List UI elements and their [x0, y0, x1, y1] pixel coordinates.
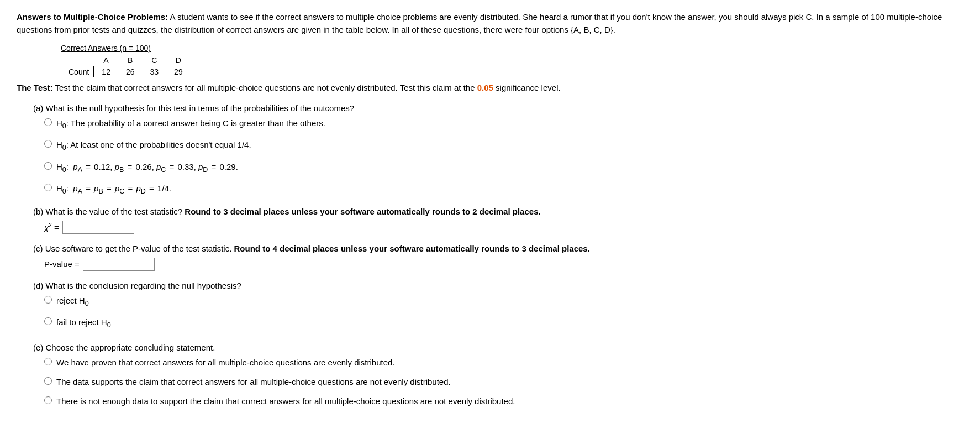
- part-e-option-2-label[interactable]: The data supports the claim that correct…: [56, 376, 451, 388]
- part-b-label: (b) What is the value of the test statis…: [33, 207, 963, 216]
- part-c-label-prefix: (c) Use software to get the P-value of t…: [33, 244, 231, 253]
- significance-level: 0.05: [477, 83, 493, 92]
- part-a-option-2-label[interactable]: H0: At least one of the probabilities do…: [56, 139, 251, 153]
- part-a-option-1[interactable]: H0: The probability of a correct answer …: [44, 117, 963, 132]
- part-a-radio-1[interactable]: [44, 118, 52, 126]
- test-bold-prefix: The Test:: [17, 83, 53, 92]
- p-value-label: P-value =: [44, 259, 80, 269]
- table-caption: Correct Answers (n = 100): [61, 44, 963, 53]
- part-e-option-3-label[interactable]: There is not enough data to support the …: [56, 395, 515, 407]
- part-e-option-2[interactable]: The data supports the claim that correct…: [44, 376, 963, 388]
- table-header-d: D: [166, 55, 191, 66]
- part-b-input-line: χ2 =: [44, 221, 963, 234]
- table-header-empty: [61, 55, 94, 66]
- part-a-option-2[interactable]: H0: At least one of the probabilities do…: [44, 139, 963, 153]
- part-a-option-4[interactable]: H0: pA = pB = pC = pD = 1/4.: [44, 182, 963, 197]
- test-line: The Test: Test the claim that correct an…: [17, 82, 963, 95]
- intro-bold-prefix: Answers to Multiple-Choice Problems:: [17, 12, 168, 22]
- part-c-label: (c) Use software to get the P-value of t…: [33, 244, 963, 253]
- part-e-radio-1[interactable]: [44, 358, 52, 365]
- part-e-option-3[interactable]: There is not enough data to support the …: [44, 395, 963, 407]
- part-c-label-bold: Round to 4 decimal places unless your so…: [231, 244, 590, 253]
- part-e-radio-3[interactable]: [44, 396, 52, 404]
- table-data-row: Count 12 26 33 29: [61, 66, 191, 78]
- part-a-radio-3[interactable]: [44, 162, 52, 170]
- table-row-label: Count: [61, 66, 94, 78]
- part-e-option-1[interactable]: We have proven that correct answers for …: [44, 357, 963, 368]
- table-count-d: 29: [166, 66, 191, 78]
- table-header-c: C: [143, 55, 167, 66]
- table-count-c: 33: [143, 66, 167, 78]
- data-table-container: Correct Answers (n = 100) A B C D Count …: [61, 44, 963, 77]
- part-b-label-bold: Round to 3 decimal places unless your so…: [182, 207, 541, 216]
- part-b-section: (b) What is the value of the test statis…: [33, 207, 963, 234]
- table-header-row: A B C D: [61, 55, 191, 66]
- p-value-input[interactable]: [83, 258, 155, 271]
- part-a-section: (a) What is the null hypothesis for this…: [33, 103, 963, 197]
- part-a-option-1-label[interactable]: H0: The probability of a correct answer …: [56, 117, 325, 132]
- part-d-section: (d) What is the conclusion regarding the…: [33, 281, 963, 331]
- table-header-a: A: [94, 55, 118, 66]
- part-c-section: (c) Use software to get the P-value of t…: [33, 244, 963, 271]
- part-d-option-1-label[interactable]: reject H0: [56, 295, 89, 309]
- chi-squared-symbol: χ2 =: [44, 222, 59, 232]
- answer-count-table: A B C D Count 12 26 33 29: [61, 55, 191, 77]
- part-e-section: (e) Choose the appropriate concluding st…: [33, 343, 963, 407]
- part-a-option-3-label[interactable]: H0: pA = 0.12, pB = 0.26, pC = 0.33, pD …: [56, 161, 238, 175]
- part-d-radio-1[interactable]: [44, 296, 52, 304]
- part-a-option-4-label[interactable]: H0: pA = pB = pC = pD = 1/4.: [56, 182, 171, 197]
- part-e-radio-2[interactable]: [44, 377, 52, 385]
- part-d-option-2[interactable]: fail to reject H0: [44, 316, 963, 331]
- part-a-option-3[interactable]: H0: pA = 0.12, pB = 0.26, pC = 0.33, pD …: [44, 161, 963, 175]
- intro-paragraph: Answers to Multiple-Choice Problems: A s…: [17, 11, 963, 36]
- part-e-option-1-label[interactable]: We have proven that correct answers for …: [56, 357, 395, 368]
- test-text-before-red: Test the claim that correct answers for …: [53, 83, 477, 92]
- test-text-after-red: significance level.: [493, 83, 561, 92]
- part-d-option-2-label[interactable]: fail to reject H0: [56, 316, 111, 331]
- part-a-label: (a) What is the null hypothesis for this…: [33, 103, 963, 113]
- table-count-a: 12: [94, 66, 118, 78]
- part-b-label-prefix: (b) What is the value of the test statis…: [33, 207, 182, 216]
- part-a-radio-2[interactable]: [44, 140, 52, 148]
- table-count-b: 26: [118, 66, 143, 78]
- table-header-b: B: [118, 55, 143, 66]
- part-e-label: (e) Choose the appropriate concluding st…: [33, 343, 963, 352]
- part-d-radio-2[interactable]: [44, 317, 52, 325]
- part-d-option-1[interactable]: reject H0: [44, 295, 963, 309]
- part-d-label: (d) What is the conclusion regarding the…: [33, 281, 963, 290]
- chi-squared-input[interactable]: [62, 221, 134, 234]
- part-a-radio-4[interactable]: [44, 184, 52, 191]
- part-c-input-line: P-value =: [44, 258, 963, 271]
